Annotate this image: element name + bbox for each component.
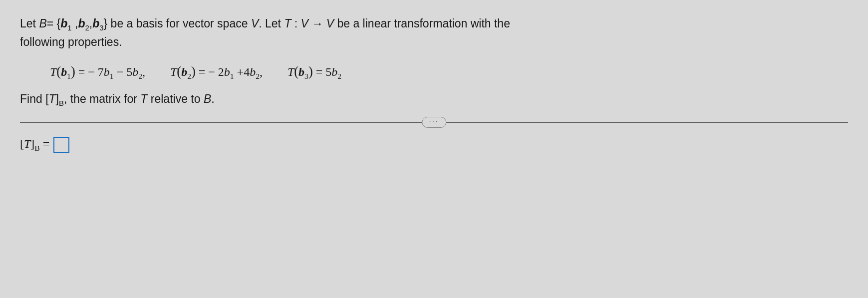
eq1-text: T(b1) = − 7b1 − 5b2, [50, 64, 145, 81]
set-B-notation: B= {b1 ,b2,b3} [39, 17, 107, 30]
answer-input-box[interactable] [53, 137, 69, 153]
equation-1: T(b1) = − 7b1 − 5b2, [50, 64, 145, 81]
divider-line: ··· [20, 122, 848, 123]
divider-container: ··· [20, 122, 848, 123]
answer-row: [T]B = [20, 137, 848, 153]
equations-row: T(b1) = − 7b1 − 5b2, T(b2) = − 2b1 +4b2,… [50, 64, 848, 81]
problem-intro: Let B= {b1 ,b2,b3} be a basis for vector… [20, 15, 848, 51]
following-properties-text: following properties. [20, 35, 122, 48]
find-text: Find [T]B, the matrix for T relative to … [20, 92, 848, 107]
eq3-text: T(b3) = 5b2 [288, 64, 341, 81]
equation-3: T(b3) = 5b2 [288, 64, 341, 81]
eq2-text: T(b2) = − 2b1 +4b2, [170, 64, 263, 81]
answer-label: [T]B = [20, 137, 49, 153]
equation-2: T(b2) = − 2b1 +4b2, [170, 64, 263, 81]
main-container: Let B= {b1 ,b2,b3} be a basis for vector… [0, 0, 868, 298]
divider-dots[interactable]: ··· [422, 117, 447, 128]
